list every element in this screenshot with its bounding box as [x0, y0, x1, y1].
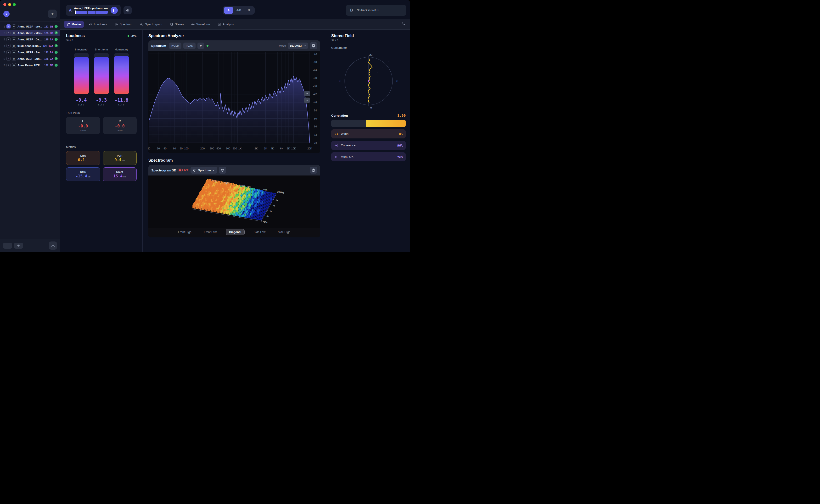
- stereo-slot: Slot A: [331, 39, 406, 42]
- track-row[interactable]: 6 A B Anna, UZEF -Juna... 125 7A ✓: [0, 55, 60, 62]
- svg-text:40: 40: [163, 147, 166, 150]
- peak-button[interactable]: PEAK: [183, 43, 195, 49]
- svg-text:30: 30: [157, 147, 160, 150]
- track-row[interactable]: 5 A B Anna, UZEF - Sar... 122 8A ✓: [0, 49, 60, 55]
- palette-dropdown[interactable]: Spectrum: [190, 167, 217, 174]
- spectrogram-view-button[interactable]: Front Low: [200, 229, 220, 235]
- mode-dropdown[interactable]: DEFAULT: [288, 43, 308, 49]
- track-row[interactable]: 3 A B Anna, UZEF - Dan... 125 7A ✓: [0, 36, 60, 43]
- tab-spectrum[interactable]: Spectrum: [112, 21, 135, 28]
- slot-a-chip[interactable]: A: [6, 44, 11, 48]
- track-bpm: 122: [44, 51, 49, 54]
- slot-a-chip[interactable]: A: [6, 37, 11, 41]
- player-slot-label: A: [69, 8, 72, 12]
- svg-text:-42: -42: [313, 93, 317, 96]
- analyze-button[interactable]: [14, 243, 23, 249]
- active-dot-icon: [207, 45, 209, 47]
- volume-button[interactable]: [123, 6, 132, 14]
- meter-fill: [74, 57, 89, 94]
- spectrogram-view-button[interactable]: Side Low: [250, 229, 269, 235]
- slot-b-chip[interactable]: B: [12, 37, 16, 41]
- correlation-label: Correlation: [331, 114, 348, 117]
- ab-option-b[interactable]: B: [244, 7, 254, 14]
- slot-a-chip[interactable]: A: [6, 50, 11, 54]
- slot-a-chip[interactable]: A: [6, 57, 11, 61]
- track-key: 3B: [50, 25, 53, 28]
- track-row[interactable]: 1 A B Anna, UZEF - pre... 122 3B ✓: [0, 23, 60, 30]
- ab-option-ab[interactable]: A/B: [234, 7, 244, 14]
- true-peak-unit: dBTP: [80, 129, 86, 132]
- mono-ok-row[interactable]: Mono OK Yes: [331, 152, 406, 161]
- ab-option-a[interactable]: A: [224, 7, 234, 14]
- scale-down-button[interactable]: [304, 98, 310, 103]
- hold-button[interactable]: HOLD: [169, 43, 181, 49]
- remove-track-button[interactable]: –: [3, 243, 12, 249]
- track-row[interactable]: 4 A B 0108-Anna-izdih... 122 12A ✓: [0, 43, 60, 49]
- svg-text:400: 400: [217, 147, 221, 150]
- loudness-title: Loudness: [66, 33, 85, 38]
- slot-b-chip[interactable]: B: [12, 57, 16, 61]
- slot-b-chip[interactable]: B: [12, 44, 16, 48]
- clear-spectrogram-button[interactable]: [219, 167, 226, 174]
- track-number: 1: [2, 25, 5, 28]
- spectrogram-3d-plot[interactable]: 30Hz100Hz500Hz1kHz5kHz20kHz-2s-4s-6s-8s-…: [148, 175, 320, 227]
- metric-unit: dB: [123, 175, 126, 178]
- player-waveform[interactable]: [74, 11, 108, 14]
- tab-loudness[interactable]: Loudness: [86, 21, 110, 28]
- tab-spectrogram[interactable]: Spectrogram: [137, 21, 165, 28]
- slot-b-chip[interactable]: B: [12, 24, 16, 28]
- spectrogram-view-button[interactable]: Front High: [175, 229, 195, 235]
- slot-a-chip[interactable]: A: [6, 31, 11, 35]
- pause-button[interactable]: [110, 7, 118, 14]
- slot-b-card[interactable]: B No track in slot B: [346, 5, 406, 16]
- svg-text:-12: -12: [313, 52, 317, 55]
- width-row[interactable]: Width 0%: [331, 129, 406, 138]
- mode-value: DEFAULT: [290, 44, 302, 47]
- width-value: 0%: [399, 132, 403, 136]
- metric-value: 15.4: [113, 174, 122, 178]
- expand-view-button[interactable]: [400, 21, 407, 28]
- playhead[interactable]: [75, 11, 76, 14]
- slot-b-chip[interactable]: B: [12, 63, 16, 67]
- palette-icon: [193, 169, 196, 172]
- slot-a-chip[interactable]: A: [6, 24, 11, 28]
- spectrogram-view-button[interactable]: Diagonal: [226, 229, 245, 235]
- track-bpm: 125: [44, 38, 49, 41]
- track-analyzed-check-icon: ✓: [55, 44, 58, 47]
- tab-waveform[interactable]: Waveform: [188, 21, 213, 28]
- import-button[interactable]: [49, 241, 57, 250]
- slot-b-chip[interactable]: B: [12, 31, 16, 35]
- spectrogram-settings-button[interactable]: [310, 167, 317, 174]
- track-row[interactable]: 7 A B Anna Belen, UZE... 122 8B ✓: [0, 62, 60, 68]
- track-number: 4: [2, 44, 5, 47]
- minimize-window-icon[interactable]: [8, 3, 11, 6]
- add-track-button[interactable]: +: [48, 10, 57, 18]
- spectrogram-view-button[interactable]: Side High: [275, 229, 294, 235]
- track-key: 7A: [50, 57, 53, 60]
- slot-b-chip[interactable]: B: [12, 50, 16, 54]
- track-name: Anna, UZEF - pre...: [17, 25, 43, 28]
- track-row[interactable]: 2 A B Anna, UZEF - Mar... 125 8B ✓: [0, 30, 60, 36]
- track-analyzed-check-icon: ✓: [55, 64, 58, 67]
- live-label: LIVE: [182, 169, 188, 172]
- close-window-icon[interactable]: [3, 3, 6, 6]
- waveform-notch: [87, 11, 88, 14]
- coherence-row[interactable]: Coherence 96%: [331, 141, 406, 150]
- track-bpm: 122: [44, 64, 49, 67]
- meter-track: [114, 53, 129, 94]
- stereo-title: Stereo Field: [331, 33, 406, 38]
- track-name: Anna, UZEF - Sar...: [17, 51, 43, 54]
- speaker-icon: [126, 9, 130, 12]
- tab-analysis[interactable]: Analysis: [215, 21, 237, 28]
- scale-up-button[interactable]: [304, 91, 310, 96]
- spectrogram-panel-title: Spectrogram 3D: [151, 169, 176, 172]
- correlation-negative-segment: [331, 120, 366, 127]
- slot-a-chip[interactable]: A: [6, 63, 11, 67]
- tab-stereo[interactable]: Stereo: [167, 21, 187, 28]
- grid-toggle-button[interactable]: #: [197, 43, 204, 49]
- svg-text:-36: -36: [313, 85, 317, 88]
- spectrum-settings-button[interactable]: [310, 42, 317, 49]
- tab-master[interactable]: Master: [64, 21, 84, 28]
- zoom-window-icon[interactable]: [13, 3, 16, 6]
- svg-text:-48: -48: [313, 101, 317, 104]
